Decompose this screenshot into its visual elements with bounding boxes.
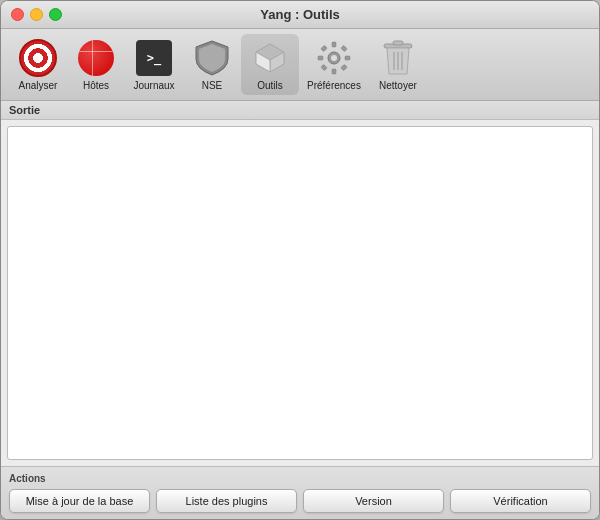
- liste-plugins-button[interactable]: Liste des plugins: [156, 489, 297, 513]
- toolbar: Analyser Hôtes >_ Journaux NSE: [1, 29, 599, 101]
- terminal-icon: >_: [134, 38, 174, 78]
- svg-rect-6: [332, 42, 336, 47]
- version-button[interactable]: Version: [303, 489, 444, 513]
- close-button[interactable]: [11, 8, 24, 21]
- output-area: [7, 126, 593, 460]
- toolbar-item-preferences[interactable]: Préférences: [299, 34, 369, 95]
- toolbar-item-nse[interactable]: NSE: [183, 34, 241, 95]
- window-controls: [11, 8, 62, 21]
- svg-rect-15: [393, 41, 403, 45]
- mise-a-jour-button[interactable]: Mise à jour de la base: [9, 489, 150, 513]
- svg-rect-10: [321, 45, 327, 51]
- nse-label: NSE: [202, 80, 223, 91]
- gear-icon: [314, 38, 354, 78]
- globe-icon: [76, 38, 116, 78]
- maximize-button[interactable]: [49, 8, 62, 21]
- svg-rect-13: [341, 64, 347, 70]
- shield-icon: [192, 38, 232, 78]
- output-section-label: Sortie: [1, 101, 599, 120]
- analyser-label: Analyser: [19, 80, 58, 91]
- svg-rect-7: [332, 69, 336, 74]
- preferences-label: Préférences: [307, 80, 361, 91]
- svg-rect-11: [341, 45, 347, 51]
- actions-bar: Actions Mise à jour de la base Liste des…: [1, 466, 599, 519]
- journaux-label: Journaux: [133, 80, 174, 91]
- toolbar-item-analyser[interactable]: Analyser: [9, 34, 67, 95]
- box-icon: [250, 38, 290, 78]
- svg-point-5: [331, 55, 337, 61]
- toolbar-item-nettoyer[interactable]: Nettoyer: [369, 34, 427, 95]
- outils-label: Outils: [257, 80, 283, 91]
- titlebar: Yang : Outils: [1, 1, 599, 29]
- toolbar-item-outils[interactable]: Outils: [241, 34, 299, 95]
- window-title: Yang : Outils: [260, 7, 339, 22]
- target-icon: [18, 38, 58, 78]
- main-window: Yang : Outils Analyser Hôtes >_ Journaux: [0, 0, 600, 520]
- svg-rect-8: [318, 56, 323, 60]
- actions-buttons: Mise à jour de la base Liste des plugins…: [9, 489, 591, 513]
- svg-rect-9: [345, 56, 350, 60]
- minimize-button[interactable]: [30, 8, 43, 21]
- verification-button[interactable]: Vérification: [450, 489, 591, 513]
- hotes-label: Hôtes: [83, 80, 109, 91]
- actions-label: Actions: [9, 473, 591, 484]
- toolbar-item-journaux[interactable]: >_ Journaux: [125, 34, 183, 95]
- nettoyer-label: Nettoyer: [379, 80, 417, 91]
- toolbar-item-hotes[interactable]: Hôtes: [67, 34, 125, 95]
- trash-icon: [378, 38, 418, 78]
- svg-rect-12: [321, 64, 327, 70]
